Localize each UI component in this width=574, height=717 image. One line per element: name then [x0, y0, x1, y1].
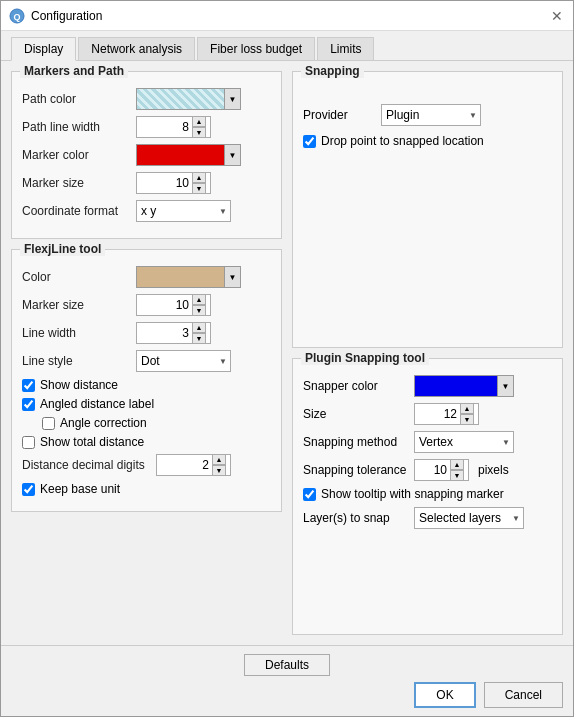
flexjline-marker-size-spinner[interactable]: ▲ ▼ — [192, 294, 206, 316]
line-width-up[interactable]: ▲ — [192, 322, 206, 333]
defaults-button[interactable]: Defaults — [244, 654, 330, 676]
angled-distance-label: Angled distance label — [40, 397, 154, 411]
cancel-button[interactable]: Cancel — [484, 682, 563, 708]
show-tooltip-label: Show tooltip with snapping marker — [321, 487, 504, 501]
coordinate-format-wrapper[interactable]: x y y x lon lat — [136, 200, 231, 222]
marker-size-row: Marker size 10 ▲ ▼ — [22, 172, 271, 194]
snapping-method-select[interactable]: Vertex Edge Vertex and edge — [414, 431, 514, 453]
tab-display[interactable]: Display — [11, 37, 76, 61]
line-width-input[interactable]: ▲ ▼ — [136, 322, 211, 344]
layers-to-snap-label: Layer(s) to snap — [303, 511, 408, 525]
size-field[interactable] — [415, 407, 460, 421]
close-button[interactable]: ✕ — [549, 8, 565, 24]
path-line-width-field[interactable]: 8 — [137, 120, 192, 134]
flexjline-marker-size-field[interactable] — [137, 298, 192, 312]
snapper-color-button[interactable]: ▼ — [414, 375, 514, 397]
line-width-label: Line width — [22, 326, 132, 340]
path-line-width-spinner[interactable]: ▲ ▼ — [192, 116, 206, 138]
distance-decimal-row: Distance decimal digits ▲ ▼ — [22, 454, 271, 476]
provider-label: Provider — [303, 108, 373, 122]
show-total-distance-checkbox[interactable] — [22, 436, 35, 449]
provider-wrapper[interactable]: Plugin Default — [381, 104, 481, 126]
marker-size-spinner[interactable]: ▲ ▼ — [192, 172, 206, 194]
angle-correction-label: Angle correction — [60, 416, 147, 430]
path-color-button[interactable]: ▼ — [136, 88, 241, 110]
show-total-distance-label: Show total distance — [40, 435, 144, 449]
marker-size-field[interactable]: 10 — [137, 176, 192, 190]
snapping-tolerance-input[interactable]: ▲ ▼ — [414, 459, 469, 481]
tab-network-analysis[interactable]: Network analysis — [78, 37, 195, 60]
configuration-dialog: Q Configuration ✕ Display Network analys… — [0, 0, 574, 717]
distance-decimal-down[interactable]: ▼ — [212, 465, 226, 476]
angle-correction-checkbox[interactable] — [42, 417, 55, 430]
provider-select[interactable]: Plugin Default — [381, 104, 481, 126]
snapper-color-row: Snapper color ▼ — [303, 375, 552, 397]
layers-to-snap-select[interactable]: Selected layers All layers Current layer — [414, 507, 524, 529]
path-color-arrow[interactable]: ▼ — [224, 89, 240, 109]
line-style-select[interactable]: Dot Solid Dash — [136, 350, 231, 372]
line-width-down[interactable]: ▼ — [192, 333, 206, 344]
marker-color-button[interactable]: ▼ — [136, 144, 241, 166]
path-line-width-up[interactable]: ▲ — [192, 116, 206, 127]
show-distance-row: Show distance — [22, 378, 271, 392]
snapping-title: Snapping — [301, 64, 364, 78]
size-down[interactable]: ▼ — [460, 414, 474, 425]
size-label: Size — [303, 407, 408, 421]
snapping-tolerance-row: Snapping tolerance ▲ ▼ pixels — [303, 459, 552, 481]
marker-color-row: Marker color ▼ — [22, 144, 271, 166]
angled-distance-row: Angled distance label — [22, 397, 271, 411]
snapping-method-wrapper[interactable]: Vertex Edge Vertex and edge — [414, 431, 514, 453]
distance-decimal-input[interactable]: ▲ ▼ — [156, 454, 231, 476]
drop-point-checkbox[interactable] — [303, 135, 316, 148]
tab-limits[interactable]: Limits — [317, 37, 374, 60]
flexjline-color-arrow[interactable]: ▼ — [224, 267, 240, 287]
markers-path-group: Markers and Path Path color ▼ Path line … — [11, 71, 282, 239]
coordinate-format-select[interactable]: x y y x lon lat — [136, 200, 231, 222]
distance-decimal-up[interactable]: ▲ — [212, 454, 226, 465]
marker-color-arrow[interactable]: ▼ — [224, 145, 240, 165]
show-distance-checkbox[interactable] — [22, 379, 35, 392]
flexjline-marker-size-up[interactable]: ▲ — [192, 294, 206, 305]
ok-button[interactable]: OK — [414, 682, 475, 708]
line-style-wrapper[interactable]: Dot Solid Dash — [136, 350, 231, 372]
plugin-snapping-group: Plugin Snapping tool Snapper color ▼ Siz… — [292, 358, 563, 635]
snapping-tolerance-field[interactable] — [415, 463, 450, 477]
marker-size-down[interactable]: ▼ — [192, 183, 206, 194]
flexjline-color-row: Color ▼ — [22, 266, 271, 288]
snapping-method-row: Snapping method Vertex Edge Vertex and e… — [303, 431, 552, 453]
line-width-field[interactable] — [137, 326, 192, 340]
path-line-width-input[interactable]: 8 ▲ ▼ — [136, 116, 211, 138]
title-bar: Q Configuration ✕ — [1, 1, 573, 31]
footer: Defaults OK Cancel — [1, 645, 573, 716]
path-line-width-label: Path line width — [22, 120, 132, 134]
tab-fiber-loss[interactable]: Fiber loss budget — [197, 37, 315, 60]
angled-distance-checkbox[interactable] — [22, 398, 35, 411]
size-up[interactable]: ▲ — [460, 403, 474, 414]
snapping-tolerance-down[interactable]: ▼ — [450, 470, 464, 481]
coordinate-format-label: Coordinate format — [22, 204, 132, 218]
keep-base-unit-row: Keep base unit — [22, 482, 271, 496]
line-width-spinner[interactable]: ▲ ▼ — [192, 322, 206, 344]
flexjline-marker-size-down[interactable]: ▼ — [192, 305, 206, 316]
path-line-width-down[interactable]: ▼ — [192, 127, 206, 138]
flexjline-color-button[interactable]: ▼ — [136, 266, 241, 288]
snapping-method-label: Snapping method — [303, 435, 408, 449]
markers-path-title: Markers and Path — [20, 64, 128, 78]
distance-decimal-spinner[interactable]: ▲ ▼ — [212, 454, 226, 476]
snapping-tolerance-spinner[interactable]: ▲ ▼ — [450, 459, 464, 481]
layers-to-snap-wrapper[interactable]: Selected layers All layers Current layer — [414, 507, 524, 529]
size-input[interactable]: ▲ ▼ — [414, 403, 479, 425]
distance-decimal-field[interactable] — [157, 458, 212, 472]
snapper-color-arrow[interactable]: ▼ — [497, 376, 513, 396]
size-spinner[interactable]: ▲ ▼ — [460, 403, 474, 425]
flexjline-marker-size-input[interactable]: ▲ ▼ — [136, 294, 211, 316]
line-style-row: Line style Dot Solid Dash — [22, 350, 271, 372]
tab-bar: Display Network analysis Fiber loss budg… — [1, 31, 573, 61]
marker-size-up[interactable]: ▲ — [192, 172, 206, 183]
marker-size-input[interactable]: 10 ▲ ▼ — [136, 172, 211, 194]
flexjline-group: FlexjLine tool Color ▼ Marker size ▲ — [11, 249, 282, 512]
snapping-tolerance-up[interactable]: ▲ — [450, 459, 464, 470]
show-distance-label: Show distance — [40, 378, 118, 392]
keep-base-unit-checkbox[interactable] — [22, 483, 35, 496]
show-tooltip-checkbox[interactable] — [303, 488, 316, 501]
